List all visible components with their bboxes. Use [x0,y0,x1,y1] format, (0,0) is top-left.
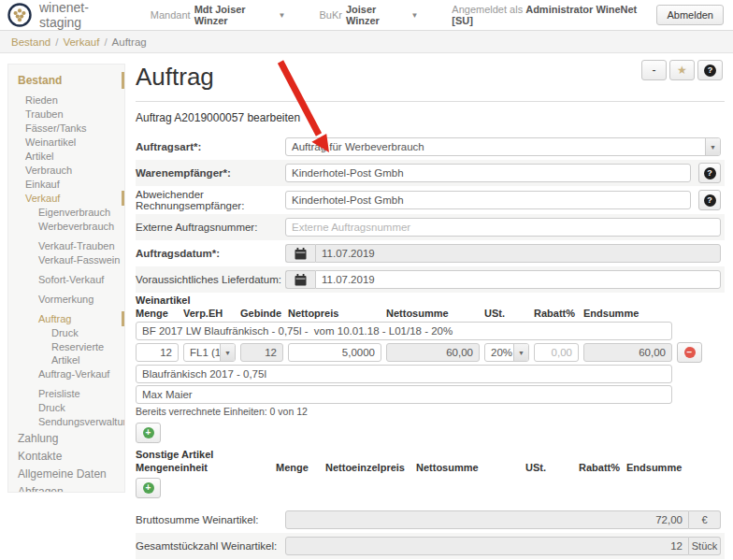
page-toolbar: - ★ ? [639,60,723,80]
bukr-selector[interactable]: BuKr Joiser Winzer ▼ [319,4,418,26]
col-header-endsumme: Endsumme [626,461,715,474]
minimize-button[interactable]: - [641,60,667,80]
sidebar-item-sofort-verkauf[interactable]: Sofort-Verkauf [8,273,124,286]
warenempfaenger-row: Warenempfänger*: ? [136,160,725,186]
breadcrumb-verkauf[interactable]: Verkauf [63,36,99,48]
help-button[interactable]: ? [697,60,723,80]
col-header-menge: Menge [136,307,179,320]
sidebar-item-trauben[interactable]: Trauben [8,108,124,121]
wine-name-input[interactable] [136,365,672,383]
lieferdatum-row: Voraussichtliches Lieferdatum: [136,266,725,293]
sidebar-item-verkauf-trauben[interactable]: Verkauf-Trauben [8,239,124,252]
top-header: winenet-staging Mandant Mdt Joiser Winze… [0,0,733,31]
weinartikel-title: Weinartikel [136,294,725,307]
chevron-down-icon: ▼ [410,11,418,20]
customer-input[interactable] [136,385,672,404]
endsumme-input [583,343,672,362]
weinartikel-section: Weinartikel Menge Verp.EH Gebinde Nettop… [136,294,725,443]
page-subtitle: Auftrag A2019000057 bearbeiten [136,111,725,124]
gebinde-input [240,343,283,362]
calendar-addon[interactable] [285,244,315,263]
page-title: Auftrag [136,64,725,90]
sidebar-item-reservierte-artikel[interactable]: Reservierte Artikel [8,340,124,366]
sidebar-item-auftrag[interactable]: Auftrag [8,312,124,325]
sidebar-item-verkauf[interactable]: Verkauf [8,192,124,205]
col-header-mengeneinheit: Mengeneinheit [136,461,271,474]
sidebar-item-rieden[interactable]: Rieden [8,93,124,107]
col-header-ust: USt. [525,461,574,474]
sidebar-item-kontakte[interactable]: Kontakte [8,449,124,464]
brutto-wein-unit: € [689,510,721,529]
stueckzahl-label: Gesamtstückzahl Weinartikel: [136,540,285,552]
verp-eh-select[interactable]: FL1 (1) ▼ [183,343,236,362]
col-header-nettoeinzelpreis: Nettoeinzelpreis [325,461,411,474]
col-header-gebinde: Gebinde [240,307,283,320]
rechnungsempfaenger-info-button[interactable]: ? [698,190,721,210]
sidebar-item-vormerkung[interactable]: Vormerkung [8,293,124,306]
sidebar-item-preisliste[interactable]: Preisliste [8,387,124,400]
sidebar-item-verkauf-fasswein[interactable]: Verkauf-Fasswein [8,253,124,266]
col-header-nettosumme: Nettosumme [416,461,521,474]
brutto-wein-row: Bruttosumme Weinartikel: € [136,507,725,533]
sonstige-title: Sonstige Artikel [136,449,725,461]
mandant-selector[interactable]: Mandant Mdt Joiser Winzer ▼ [151,4,286,26]
sidebar-item-artikel[interactable]: Artikel [8,150,124,163]
warenempfaenger-input[interactable] [285,164,691,182]
breadcrumb-separator: / [55,36,58,48]
rechnungsempfaenger-input[interactable] [285,191,691,209]
col-header-nettopreis: Nettopreis [288,307,381,320]
remove-article-button[interactable]: − [677,342,702,363]
sidebar-item-auftrag-verkauf[interactable]: Auftrag-Verkauf [8,367,124,381]
menge-input[interactable] [136,343,179,362]
auftragsdatum-input[interactable] [315,244,721,263]
breadcrumb-bestand[interactable]: Bestand [11,36,50,48]
sidebar-item-allgemeine-daten[interactable]: Allgemeine Daten [8,467,124,481]
warenempfaenger-info-button[interactable]: ? [698,163,721,183]
nettosumme-input [386,343,480,362]
mandant-value: Mdt Joiser Winzer [194,4,275,26]
sidebar-item-bestand[interactable]: Bestand [8,73,124,88]
externe-nummer-label: Externe Auftragsnummer: [136,222,285,233]
add-sonstige-artikel-button[interactable]: + [136,478,161,498]
chevron-down-icon: ▼ [220,344,235,361]
sidebar-item-sendungsverwaltung[interactable]: Sendungsverwaltung [8,415,124,428]
sidebar-item-zahlung[interactable]: Zahlung [8,431,124,446]
lieferdatum-input[interactable] [315,270,721,289]
sidebar-item-verbrauch[interactable]: Verbrauch [8,164,124,177]
nettopreis-input[interactable] [288,343,381,362]
help-icon: ? [704,194,716,207]
favorite-button[interactable]: ★ [669,60,695,80]
auftragsdatum-label: Auftragsdatum*: [136,248,285,259]
chevron-down-icon: ▼ [705,138,720,155]
sidebar-item-weinartikel[interactable]: Weinartikel [8,136,124,149]
auftragsart-select[interactable]: Auftrag für Werbeverbrauch ▼ [285,137,721,156]
rechnungsempfaenger-label: Abweichender Rechnungsempfänger: [136,189,285,211]
chevron-down-icon: ▼ [279,11,286,20]
sidebar-item-faesser-tanks[interactable]: Fässer/Tanks [8,122,124,135]
bukr-label: BuKr [319,9,341,21]
logged-in-as: Angemeldet als Administrator WineNet [SU… [452,4,645,26]
calendar-addon[interactable] [285,270,315,289]
sidebar-item-werbeverbrauch[interactable]: Werbeverbrauch [8,220,124,233]
winenet-logo-icon [7,3,32,27]
brutto-wein-label: Bruttosumme Weinartikel: [136,514,285,525]
sidebar-item-druck[interactable]: Druck [8,326,124,339]
rabatt-input[interactable] [534,343,579,362]
help-icon: ? [704,167,716,179]
externe-nummer-input[interactable] [285,218,721,237]
ust-select[interactable]: 20% (Ö ▼ [484,343,529,362]
customer-row [136,385,725,404]
sidebar-item-einkauf[interactable]: Einkauf [8,178,124,191]
col-header-rabatt: Rabatt% [579,461,622,474]
chevron-down-icon: ▼ [513,344,528,361]
sidebar-item-druck-2[interactable]: Druck [8,401,124,414]
weinartikel-article-input[interactable] [136,322,672,340]
lieferdatum-label: Voraussichtliches Lieferdatum: [136,274,285,285]
sidebar-item-eigenverbrauch[interactable]: Eigenverbrauch [8,206,124,219]
auftragsdatum-row: Auftragsdatum*: [136,240,725,266]
sidebar-item-abfragen[interactable]: Abfragen [8,484,124,493]
col-header-endsumme: Endsumme [583,307,672,320]
logout-button[interactable]: Abmelden [656,5,724,25]
col-header-menge: Menge [276,461,321,474]
add-weinartikel-button[interactable]: + [136,423,161,443]
